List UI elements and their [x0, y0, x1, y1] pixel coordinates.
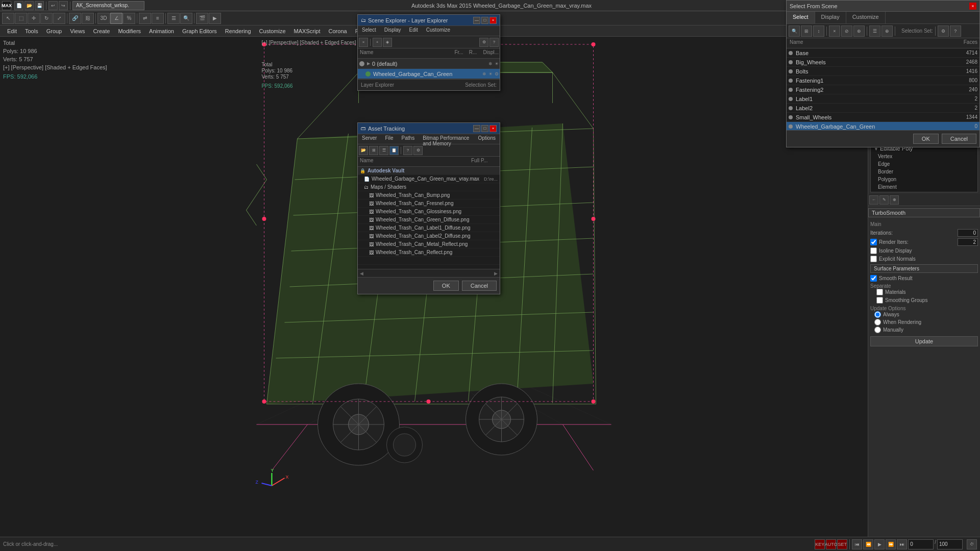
rotate-tool[interactable]: ↻: [40, 13, 53, 24]
select-tab-display[interactable]: Display: [815, 12, 846, 23]
menu-animation[interactable]: Animation: [145, 26, 178, 37]
sel-row-bigwheels[interactable]: Big_Wheels 2468: [787, 58, 979, 67]
asset-tb-btn4[interactable]: 📋: [389, 146, 399, 155]
select-list[interactable]: Base 4714 Big_Wheels 2468 Bolts 1416 Fas…: [787, 48, 979, 130]
select-dialog-close-btn[interactable]: ×: [969, 3, 976, 10]
sel-row-fastening2[interactable]: Fastening2 240: [787, 85, 979, 94]
link-tool[interactable]: 🔗: [69, 13, 81, 24]
select-cancel-btn[interactable]: Cancel: [942, 134, 976, 144]
menu-maxscript[interactable]: MAXScript: [290, 26, 325, 37]
key-mode-btn[interactable]: KEY: [815, 539, 825, 549]
move-to-btn[interactable]: ←: [869, 195, 878, 205]
workspace-input[interactable]: [72, 1, 144, 10]
render-setup[interactable]: 🎬: [196, 13, 208, 24]
sel-tb-filter[interactable]: ⊞: [801, 26, 812, 37]
layer-menu-edit[interactable]: Edit: [405, 26, 422, 36]
smoothing-groups-checkbox[interactable]: [876, 297, 883, 304]
render-iters-input[interactable]: [958, 238, 978, 246]
asset-row-metal[interactable]: 🖼 Wheeled_Trash_Can_Metal_Reflect.png: [358, 240, 500, 248]
percent-snap[interactable]: %: [123, 13, 135, 24]
asset-row-vault[interactable]: 🔒 Autodesk Vault: [358, 167, 500, 175]
select-ok-btn[interactable]: OK: [913, 134, 939, 144]
layer-explorer-restore-btn[interactable]: □: [481, 17, 488, 24]
layer-menu-customize[interactable]: Customize: [422, 26, 454, 36]
scale-tool[interactable]: ⤢: [53, 13, 65, 24]
save-file-icon[interactable]: 💾: [35, 1, 44, 10]
when-rendering-radio[interactable]: [874, 319, 881, 325]
layer-tb-help[interactable]: ?: [489, 38, 499, 47]
sel-tb-settings[interactable]: ⚙: [938, 26, 949, 37]
render-iters-checkbox[interactable]: [870, 239, 877, 245]
menu-customize[interactable]: Customize: [255, 26, 290, 37]
time-config-btn[interactable]: ⏱: [967, 539, 977, 549]
set-key-btn[interactable]: SET: [837, 539, 847, 549]
play-btn[interactable]: ▶: [874, 539, 885, 549]
go-end-btn[interactable]: ⏭: [897, 539, 907, 549]
sel-row-wheeled[interactable]: Wheeled_Garbage_Can_Green 0: [787, 122, 979, 130]
sel-tb-sort[interactable]: ↕: [813, 26, 824, 37]
isoline-checkbox[interactable]: [870, 247, 877, 254]
layer-manager[interactable]: ☰: [167, 13, 180, 24]
asset-close-btn[interactable]: ×: [489, 125, 497, 132]
asset-tb-btn2[interactable]: ⊞: [369, 146, 378, 155]
asset-menu-options[interactable]: Options: [474, 134, 500, 144]
sel-row-smallwheels[interactable]: Small_Wheels 1344: [787, 113, 979, 122]
scene-explorer[interactable]: 🔍: [180, 13, 192, 24]
auto-key-btn[interactable]: AUTO: [826, 539, 836, 549]
turbosmoothy-section-title[interactable]: TurboSmooth: [868, 208, 980, 217]
edit-btn[interactable]: ✎: [879, 195, 889, 205]
asset-tb-btn1[interactable]: 📂: [359, 146, 368, 155]
update-button[interactable]: Update: [870, 336, 978, 346]
layer-menu-select[interactable]: Select: [358, 26, 380, 36]
asset-menu-bitmap[interactable]: Bitmap Performance and Memory: [419, 134, 474, 144]
asset-row-label2[interactable]: 🖼 Wheeled_Trash_Can_Label2_Diffuse.png: [358, 232, 500, 240]
asset-tb-help[interactable]: ?: [403, 146, 412, 155]
explicit-normals-checkbox[interactable]: [870, 256, 877, 262]
expand-btn[interactable]: ⊕: [890, 195, 899, 205]
menu-modifiers[interactable]: Modifiers: [114, 26, 145, 37]
asset-tb-btn3[interactable]: ☰: [379, 146, 388, 155]
asset-cancel-btn[interactable]: Cancel: [462, 281, 497, 291]
layer-explorer-close-btn[interactable]: ×: [489, 17, 497, 24]
asset-row-fresnel[interactable]: 🖼 Wheeled_Trash_Can_Fresnel.png: [358, 199, 500, 208]
menu-edit[interactable]: Edit: [3, 26, 21, 37]
layer-tb-close[interactable]: ×: [359, 38, 368, 47]
frame-max-input[interactable]: [937, 539, 963, 549]
select-tab-select[interactable]: Select: [787, 12, 815, 23]
redo-icon[interactable]: ↪: [59, 1, 68, 10]
layer-row-0[interactable]: ▶ 0 (default) ❄ ☀: [358, 59, 500, 69]
sel-tb-none[interactable]: ×: [829, 26, 840, 37]
asset-menu-server[interactable]: Server: [358, 134, 381, 144]
materials-checkbox[interactable]: [876, 289, 883, 295]
asset-menu-file[interactable]: File: [381, 134, 397, 144]
layer-tb-new[interactable]: +: [373, 38, 382, 47]
stack-element[interactable]: Element: [872, 183, 976, 191]
asset-scroll-left[interactable]: ◀: [360, 271, 363, 276]
frame-input[interactable]: [908, 539, 934, 549]
asset-row-glossiness[interactable]: 🖼 Wheeled_Trash_Can_Glossiness.png: [358, 208, 500, 216]
align-tool[interactable]: ≡: [152, 13, 164, 24]
open-file-icon[interactable]: 📂: [24, 1, 34, 10]
asset-ok-btn[interactable]: OK: [433, 281, 459, 291]
next-frame-btn[interactable]: ⏩: [886, 539, 896, 549]
smooth-result-checkbox[interactable]: [870, 275, 877, 282]
layer-menu-display[interactable]: Display: [380, 26, 405, 36]
sel-tb-find[interactable]: 🔍: [789, 26, 800, 37]
unlink-tool[interactable]: ⛓: [82, 13, 94, 24]
iterations-input[interactable]: [958, 229, 978, 237]
asset-row-maps[interactable]: 🗂 Maps / Shaders: [358, 183, 500, 191]
asset-restore-btn[interactable]: □: [481, 125, 488, 132]
prev-frame-btn[interactable]: ⏪: [863, 539, 873, 549]
snap-3d[interactable]: 3D: [97, 13, 110, 24]
asset-row-max-file[interactable]: 📄 Wheeled_Garbage_Can_Green_max_vray.max…: [358, 175, 500, 183]
sel-tb-all[interactable]: ⊛: [853, 26, 865, 37]
select-tab-customize[interactable]: Customize: [846, 12, 886, 23]
always-radio[interactable]: [874, 311, 881, 318]
sel-row-base[interactable]: Base 4714: [787, 48, 979, 58]
sel-row-label2[interactable]: Label2 2: [787, 104, 979, 113]
asset-scroll-bar[interactable]: ◀ ▶: [358, 269, 500, 277]
stack-border[interactable]: Border: [872, 168, 976, 176]
asset-row-reflect[interactable]: 🖼 Wheeled_Trash_Can_Reflect.png: [358, 248, 500, 257]
menu-tools[interactable]: Tools: [21, 26, 42, 37]
menu-views[interactable]: Views: [66, 26, 89, 37]
